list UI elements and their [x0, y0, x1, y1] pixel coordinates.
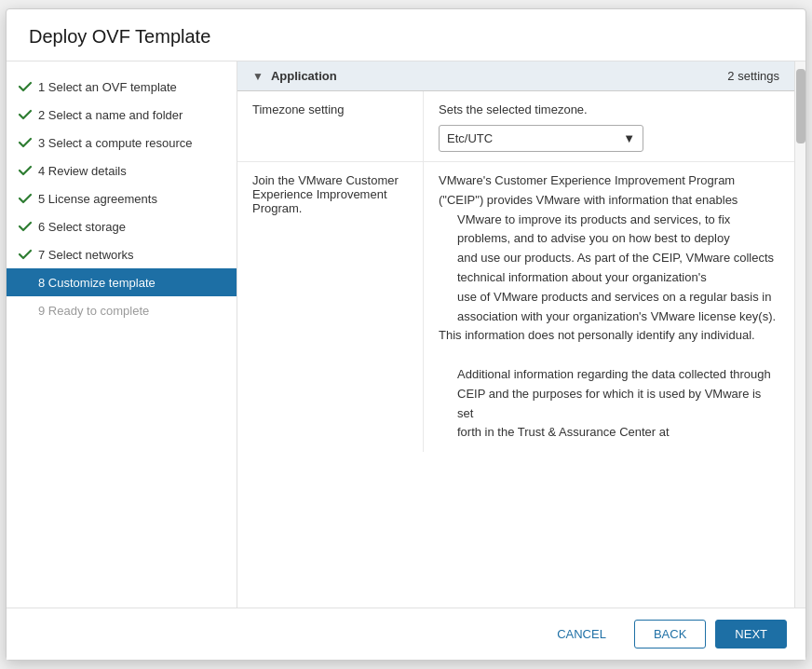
main-content: ▼ Application 2 settings Timezone settin…: [237, 61, 794, 608]
ceip-label: Join the VMware Customer Experience Impr…: [237, 162, 424, 452]
scrollbar-thumb[interactable]: [796, 69, 805, 143]
timezone-row: Timezone setting Sets the selected timez…: [237, 91, 794, 162]
sidebar-item-step6[interactable]: 6 Select storage: [7, 212, 237, 240]
check-icon-step3: [18, 135, 33, 150]
timezone-dropdown[interactable]: Etc/UTC ▼: [439, 125, 643, 153]
sidebar: 1 Select an OVF template 2 Select a name…: [7, 61, 237, 608]
dialog-footer: CANCEL BACK NEXT: [7, 608, 805, 660]
section-count: 2 settings: [727, 69, 779, 83]
ceip-para-4: use of VMware products and services on a…: [439, 288, 779, 327]
dialog-body: 1 Select an OVF template 2 Select a name…: [7, 61, 805, 608]
sidebar-item-step1[interactable]: 1 Select an OVF template: [7, 73, 237, 101]
ceip-para-6: Additional information regarding the dat…: [439, 365, 779, 423]
sidebar-item-label-step7: 7 Select networks: [38, 248, 134, 262]
scrollbar-track[interactable]: [794, 61, 805, 608]
dropdown-arrow-icon: ▼: [623, 130, 635, 148]
sidebar-item-step3[interactable]: 3 Select a compute resource: [7, 129, 237, 157]
back-button[interactable]: BACK: [634, 620, 706, 649]
check-icon-step5: [18, 191, 33, 206]
sidebar-item-label-step9: 9 Ready to complete: [38, 304, 149, 318]
deploy-ovf-dialog: Deploy OVF Template 1 Select an OVF temp…: [6, 8, 806, 661]
sidebar-item-step4[interactable]: 4 Review details: [7, 157, 237, 184]
content-area[interactable]: ▼ Application 2 settings Timezone settin…: [237, 61, 794, 608]
ceip-para-5: This information does not personally ide…: [439, 326, 779, 346]
next-button[interactable]: NEXT: [715, 620, 787, 649]
timezone-dropdown-value: Etc/UTC: [447, 130, 493, 148]
sidebar-item-label-step8: 8 Customize template: [38, 276, 156, 290]
chevron-down-icon: ▼: [252, 70, 264, 83]
ceip-para-3: and use our products. As part of the CEI…: [439, 249, 779, 288]
ceip-row: Join the VMware Customer Experience Impr…: [237, 162, 794, 452]
check-icon-step6: [18, 219, 33, 234]
placeholder-icon-step9: [18, 303, 33, 318]
ceip-value: VMware's Customer Experience Improvement…: [424, 162, 794, 452]
sidebar-item-step7[interactable]: 7 Select networks: [7, 240, 237, 268]
sidebar-item-step5[interactable]: 5 License agreements: [7, 184, 237, 212]
sidebar-item-step2[interactable]: 2 Select a name and folder: [7, 101, 237, 129]
check-icon-step7: [18, 247, 33, 262]
dialog-title: Deploy OVF Template: [7, 9, 805, 61]
sidebar-item-step9: 9 Ready to complete: [7, 296, 237, 324]
ceip-para-1: VMware's Customer Experience Improvement…: [439, 171, 779, 211]
section-title: Application: [271, 69, 727, 83]
sidebar-item-step8[interactable]: 8 Customize template: [7, 268, 237, 296]
check-icon-step2: [18, 107, 33, 122]
timezone-label: Timezone setting: [237, 91, 424, 161]
sidebar-item-label-step5: 5 License agreements: [38, 192, 157, 206]
ceip-para-2: VMware to improve its products and servi…: [439, 211, 779, 250]
sidebar-item-label-step4: 4 Review details: [38, 164, 127, 178]
sidebar-item-label-step1: 1 Select an OVF template: [38, 80, 177, 94]
sidebar-item-label-step2: 2 Select a name and folder: [38, 108, 183, 122]
cancel-button[interactable]: CANCEL: [538, 620, 625, 649]
sidebar-item-label-step3: 3 Select a compute resource: [38, 136, 192, 150]
check-icon-step1: [18, 79, 33, 94]
section-header-application[interactable]: ▼ Application 2 settings: [237, 61, 794, 91]
sidebar-item-label-step6: 6 Select storage: [38, 220, 126, 234]
check-icon-step4: [18, 163, 33, 178]
placeholder-icon-step8: [18, 275, 33, 290]
timezone-description: Sets the selected timezone.: [439, 101, 779, 119]
ceip-para-7: forth in the Trust & Assurance Center at: [439, 423, 779, 443]
timezone-value: Sets the selected timezone. Etc/UTC ▼: [424, 91, 794, 161]
ceip-text: VMware's Customer Experience Improvement…: [439, 171, 779, 443]
